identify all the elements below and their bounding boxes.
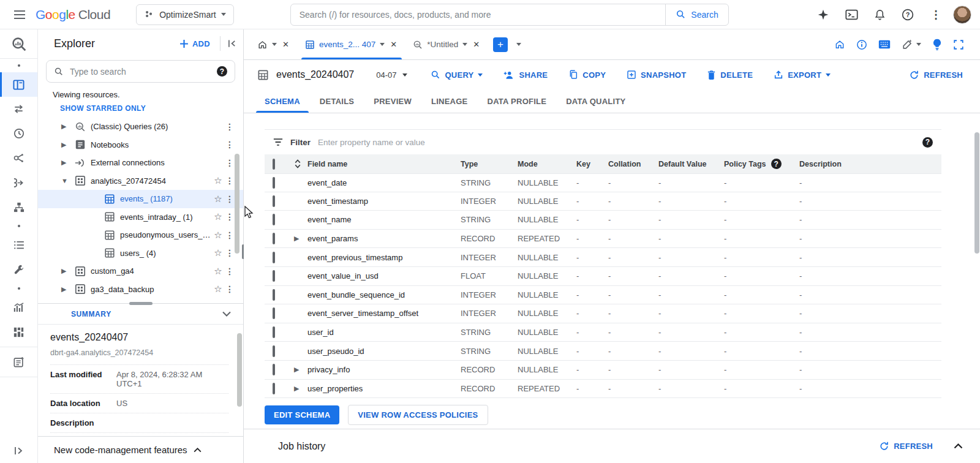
rail-item-chart-icon[interactable] xyxy=(0,295,37,320)
collapse-panel-icon[interactable] xyxy=(220,36,237,51)
chevron-down-icon[interactable] xyxy=(272,43,277,46)
help-filled-icon[interactable]: ? xyxy=(771,159,782,169)
tab-preview[interactable]: PREVIEW xyxy=(364,91,421,113)
rail-item-blocks-icon[interactable] xyxy=(0,320,37,344)
more-vertical-icon[interactable]: ⋮ xyxy=(225,284,235,294)
hamburger-menu-icon[interactable] xyxy=(7,2,32,27)
rail-item-list-icon[interactable] xyxy=(0,233,37,257)
row-checkbox[interactable] xyxy=(273,270,275,282)
tab-home[interactable]: ✕ xyxy=(250,29,298,59)
tree-item[interactable]: ▼ analytics_207472454 ☆ ⋮ xyxy=(38,172,243,190)
rail-item-data-route-icon[interactable] xyxy=(0,146,37,170)
more-vertical-icon[interactable]: ⋮ xyxy=(225,266,235,276)
more-vertical-icon[interactable]: ⋮ xyxy=(225,176,235,186)
delete-button[interactable]: DELETE xyxy=(701,66,759,84)
tree-scrollbar[interactable] xyxy=(235,154,239,254)
chevron-down-icon[interactable] xyxy=(462,43,467,46)
expander-icon[interactable]: ▶ xyxy=(294,385,307,393)
more-vertical-icon[interactable]: ⋮ xyxy=(225,212,235,222)
tab-data-profile[interactable]: DATA PROFILE xyxy=(478,91,557,113)
more-vertical-icon[interactable]: ⋮ xyxy=(925,4,947,26)
job-history-refresh-button[interactable]: REFRESH xyxy=(879,441,933,451)
star-icon[interactable]: ☆ xyxy=(211,284,225,295)
query-button[interactable]: QUERY xyxy=(424,66,489,83)
row-checkbox[interactable] xyxy=(273,233,275,244)
edit-schema-button[interactable]: EDIT SCHEMA xyxy=(265,405,339,424)
expander-icon[interactable]: ▶ xyxy=(61,159,75,167)
rail-item-compose-icon[interactable] xyxy=(0,350,37,374)
tab-overflow-icon[interactable] xyxy=(516,43,521,46)
view-row-access-policies-button[interactable]: VIEW ROW ACCESS POLICIES xyxy=(348,405,488,425)
cloud-shell-icon[interactable] xyxy=(840,4,862,26)
notifications-bell-icon[interactable] xyxy=(869,4,891,26)
lightbulb-icon[interactable] xyxy=(932,39,942,51)
fullscreen-icon[interactable] xyxy=(953,39,964,50)
more-vertical-icon[interactable]: ⋮ xyxy=(225,248,235,258)
snapshot-button[interactable]: SNAPSHOT xyxy=(620,66,692,83)
chevron-down-icon[interactable] xyxy=(380,43,385,46)
star-icon[interactable]: ☆ xyxy=(211,266,225,277)
row-checkbox[interactable] xyxy=(273,177,275,189)
rail-item-workspace-icon[interactable] xyxy=(0,72,37,97)
more-vertical-icon[interactable]: ⋮ xyxy=(225,158,235,168)
expander-icon[interactable]: ▶ xyxy=(294,235,307,243)
keyboard-shortcuts-icon[interactable] xyxy=(878,40,891,49)
project-selector[interactable]: OptimizeSmart xyxy=(136,4,234,25)
main-scrollbar[interactable] xyxy=(974,132,979,254)
expander-icon[interactable]: ▶ xyxy=(61,122,75,130)
tab-data-quality[interactable]: DATA QUALITY xyxy=(556,91,635,113)
row-checkbox[interactable] xyxy=(273,289,275,301)
help-filled-icon[interactable]: ? xyxy=(217,66,227,77)
column-header[interactable]: Field name xyxy=(307,160,347,168)
home-icon[interactable] xyxy=(834,39,845,50)
tree-item[interactable]: pseudonymous_users_ (2... ☆ ⋮ xyxy=(38,226,243,244)
global-search-input[interactable] xyxy=(291,10,666,20)
tab-schema[interactable]: SCHEMA xyxy=(255,91,310,113)
tree-item[interactable]: ▶ custom_ga4 ☆ ⋮ xyxy=(38,262,243,280)
schema-filter-input[interactable] xyxy=(318,138,915,147)
star-icon[interactable]: ☆ xyxy=(211,230,225,241)
info-icon[interactable] xyxy=(856,39,867,50)
expander-icon[interactable]: ▶ xyxy=(61,267,75,275)
tab-details[interactable]: DETAILS xyxy=(310,91,364,113)
expander-icon[interactable]: ▶ xyxy=(61,285,75,293)
row-checkbox[interactable] xyxy=(273,345,275,357)
more-vertical-icon[interactable]: ⋮ xyxy=(225,230,235,240)
show-starred-only-link[interactable]: SHOW STARRED ONLY xyxy=(38,103,243,118)
rail-item-merge-branch-icon[interactable] xyxy=(0,170,37,195)
tab-events-table[interactable]: events_2... 407 ✕ xyxy=(298,29,405,59)
select-all-checkbox[interactable] xyxy=(273,159,275,170)
tree-item[interactable]: ▶ ga3_data_backup ☆ ⋮ xyxy=(38,280,243,299)
share-button[interactable]: SHARE xyxy=(497,66,554,83)
tree-item[interactable]: ▶ (Classic) Queries (26) ☆ ⋮ xyxy=(38,118,243,136)
refresh-button[interactable]: REFRESH xyxy=(909,70,963,80)
help-icon[interactable]: ? xyxy=(897,4,919,26)
copy-button[interactable]: COPY xyxy=(562,66,612,83)
code-management-banner[interactable]: New code-management features xyxy=(38,436,243,463)
shard-date-selector[interactable]: 04-07 xyxy=(376,70,407,80)
tree-item[interactable]: users_ (4) ☆ ⋮ xyxy=(38,244,243,263)
rail-item-wrench-icon[interactable] xyxy=(0,257,37,282)
expander-icon[interactable]: ▼ xyxy=(61,177,75,184)
export-button[interactable]: EXPORT xyxy=(767,66,837,83)
row-checkbox[interactable] xyxy=(273,326,275,338)
chevron-down-icon[interactable] xyxy=(222,311,231,317)
expander-icon[interactable]: ▶ xyxy=(294,366,307,374)
close-icon[interactable]: ✕ xyxy=(281,39,290,50)
tree-item[interactable]: ▶ Notebooks ☆ ⋮ xyxy=(38,136,243,154)
star-icon[interactable]: ☆ xyxy=(211,175,225,186)
more-vertical-icon[interactable]: ⋮ xyxy=(225,122,235,132)
tab-untitled-query[interactable]: *Untitled ✕ xyxy=(405,29,488,59)
chevron-up-icon[interactable] xyxy=(954,443,963,449)
search-button[interactable]: Search xyxy=(665,4,728,25)
summary-scrollbar[interactable] xyxy=(237,333,242,407)
tree-item[interactable]: events_ (1187) ☆ ⋮ xyxy=(38,190,243,208)
close-icon[interactable]: ✕ xyxy=(389,39,398,50)
row-checkbox[interactable] xyxy=(273,214,275,225)
expand-rail-icon[interactable] xyxy=(0,439,37,463)
summary-section-title[interactable]: SUMMARY xyxy=(71,310,111,318)
magic-pen-icon[interactable] xyxy=(902,39,921,50)
star-icon[interactable]: ☆ xyxy=(211,247,225,258)
row-checkbox[interactable] xyxy=(273,364,275,375)
rail-item-clock-icon[interactable] xyxy=(0,121,37,146)
